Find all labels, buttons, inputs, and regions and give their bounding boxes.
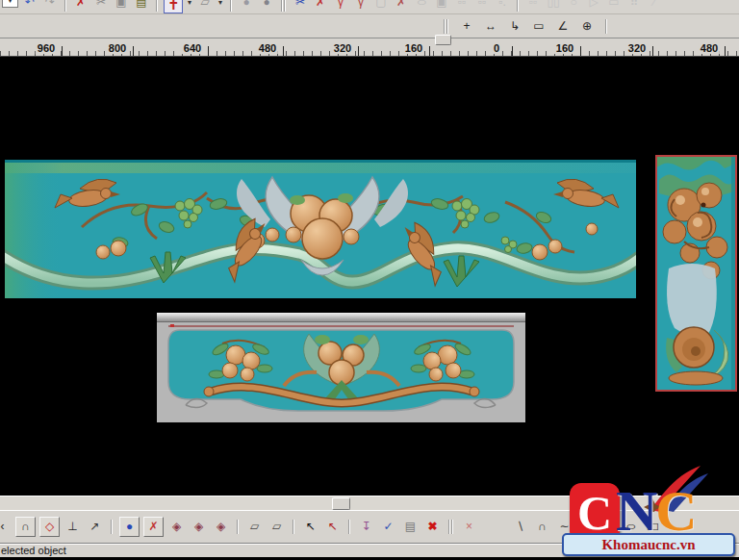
shade-dark-icon[interactable]: ● — [258, 0, 275, 12]
doc-delete-tool[interactable]: ▤ — [401, 518, 420, 536]
loop-icon[interactable]: ○ — [408, 0, 435, 12]
node-diamond-tool[interactable]: ◇ — [39, 517, 60, 537]
node-delete-icon[interactable]: ✗ — [312, 0, 329, 12]
cut-icon[interactable]: ✂ — [92, 0, 110, 12]
delete-icon[interactable]: ✗ — [72, 0, 89, 12]
snap-diamond-2-icon[interactable]: ◈ — [190, 518, 208, 536]
drawing-canvas[interactable] — [0, 57, 739, 496]
watermark-logo: C N C Khomaucnc.vn — [562, 468, 737, 556]
distance-measure-icon[interactable]: ↔ — [482, 17, 499, 36]
sphere-tool[interactable]: ● — [119, 517, 140, 537]
delete-cursor-tool[interactable]: ↖ — [323, 518, 342, 536]
polygon-faint-icon[interactable]: ○ — [565, 0, 582, 12]
measure-tool-group: +↔↳▭∠⊕ — [441, 17, 610, 36]
box-faint-icon[interactable]: ▢ — [372, 0, 390, 12]
status-text: elected object — [1, 545, 66, 556]
box3d-icon[interactable]: ▭ — [605, 0, 623, 12]
toolbar-secondary: +↔↳▭∠⊕ — [0, 14, 739, 38]
ruler-label: 160 — [554, 43, 575, 54]
ruler-major-tick — [512, 46, 513, 56]
trim-icon[interactable]: ✂ — [292, 0, 309, 12]
ruler-major-tick — [133, 46, 134, 56]
ruler-major-tick — [208, 46, 209, 56]
separator — [348, 520, 350, 534]
concentric-icon[interactable]: ▣ — [433, 0, 450, 12]
ruler-major-tick — [652, 46, 653, 56]
grid-icon[interactable]: ⠿ — [625, 0, 643, 12]
relief-panel-column[interactable] — [655, 155, 737, 392]
ruler-label: 0 — [492, 43, 501, 54]
ruler-major-tick — [358, 46, 359, 56]
redo-icon[interactable]: ↷ — [41, 0, 59, 12]
separator — [156, 0, 158, 12]
vertex-tool[interactable]: ✗ — [143, 517, 164, 537]
splitter-grip-top[interactable] — [435, 35, 451, 45]
triangles-icon[interactable]: ▷ — [585, 0, 602, 12]
shade-icon[interactable]: ● — [238, 0, 255, 12]
ruler-label: 960 — [36, 43, 57, 54]
flag-icon[interactable]: γ — [332, 0, 349, 12]
separator — [605, 19, 607, 34]
splitter-grip-bottom[interactable] — [332, 497, 350, 510]
ruler-major-tick — [283, 46, 284, 56]
logo-letter-c2: C — [655, 483, 697, 539]
insert-node-tool[interactable]: ↗ — [86, 518, 104, 536]
ruler-label: 480 — [257, 43, 278, 54]
ruler-label: 640 — [182, 43, 203, 54]
style-combo[interactable]: ▾ — [2, 0, 18, 8]
ruler-major-tick — [62, 46, 63, 56]
separator — [111, 520, 113, 534]
separator — [293, 520, 294, 534]
separator — [517, 0, 519, 12]
ruler-major-tick — [429, 46, 430, 56]
corner-measure-icon[interactable]: ↳ — [506, 17, 523, 36]
copy-icon[interactable]: ▣ — [113, 0, 130, 12]
ungroup-icon[interactable]: ▫▫ — [473, 0, 491, 12]
ruler-major-tick — [580, 46, 581, 56]
view-caret-icon[interactable]: ▾ — [217, 0, 224, 12]
group-icon[interactable]: ▫▫ — [453, 0, 471, 12]
perpendicular-tool[interactable]: ⊥ — [64, 518, 82, 536]
slash-icon[interactable]: ∕ — [646, 0, 663, 12]
logo-banner: Khomaucnc.vn — [562, 533, 735, 556]
separator — [444, 19, 448, 34]
view-icon[interactable]: ▱ — [196, 0, 214, 12]
ruler-label: 160 — [403, 43, 424, 54]
ruler-label: 320 — [626, 43, 648, 54]
ruler-major-tick — [725, 46, 726, 56]
toolbar-main: ▾↶↷✗✂▣▤╋▾▱▾●●✂✗γγ▢✗○▣▫▫▫▫▫.▫▫▯▯○▷▭⠿∕ — [0, 0, 739, 14]
separator — [237, 520, 239, 534]
ruler-label: 320 — [332, 43, 353, 54]
logo-letter-n: N — [616, 483, 657, 539]
combine-icon[interactable]: ▫▫ — [524, 0, 542, 12]
dots-icon[interactable]: ▫. — [494, 0, 511, 12]
select-cursor-tool[interactable]: ↖ — [301, 518, 319, 536]
small-x-tool[interactable]: × — [460, 518, 478, 536]
region-measure-icon[interactable]: ⊕ — [578, 17, 596, 36]
flag2-icon[interactable]: γ — [352, 0, 370, 12]
prev-tool[interactable]: ‹ — [0, 518, 12, 536]
flatten-tool[interactable]: ▱ — [245, 518, 264, 536]
fillet-tool[interactable]: ∩ — [15, 517, 36, 537]
flatten-arrow-tool[interactable]: ▱ — [268, 518, 286, 536]
delete-all-tool[interactable]: ✖ — [423, 518, 442, 536]
relief-panel-large[interactable] — [5, 160, 636, 298]
columns-icon[interactable]: ▯▯ — [545, 0, 562, 12]
separator — [64, 0, 66, 12]
point-measure-icon[interactable]: + — [458, 17, 475, 36]
arc-tool[interactable]: ∩ — [533, 518, 551, 536]
rect-measure-icon[interactable]: ▭ — [530, 17, 548, 36]
snap-diamond-3-icon[interactable]: ◈ — [212, 518, 230, 536]
undo-icon[interactable]: ↶ — [21, 0, 38, 12]
angle-measure-icon[interactable]: ∠ — [554, 17, 572, 36]
snap-diamond-1-icon[interactable]: ◈ — [167, 518, 186, 536]
paste-icon[interactable]: ▤ — [133, 0, 150, 12]
check-tool[interactable]: ✓ — [379, 518, 397, 536]
drop-node-tool[interactable]: ↧ — [357, 518, 375, 536]
transform-icon[interactable]: ╋ — [164, 0, 183, 13]
ruler-label: 480 — [699, 43, 720, 54]
line-tool[interactable]: ∖ — [511, 518, 529, 536]
separator — [230, 0, 232, 12]
relief-panel-small[interactable] — [157, 313, 525, 422]
transform-caret-icon[interactable]: ▾ — [186, 0, 193, 12]
